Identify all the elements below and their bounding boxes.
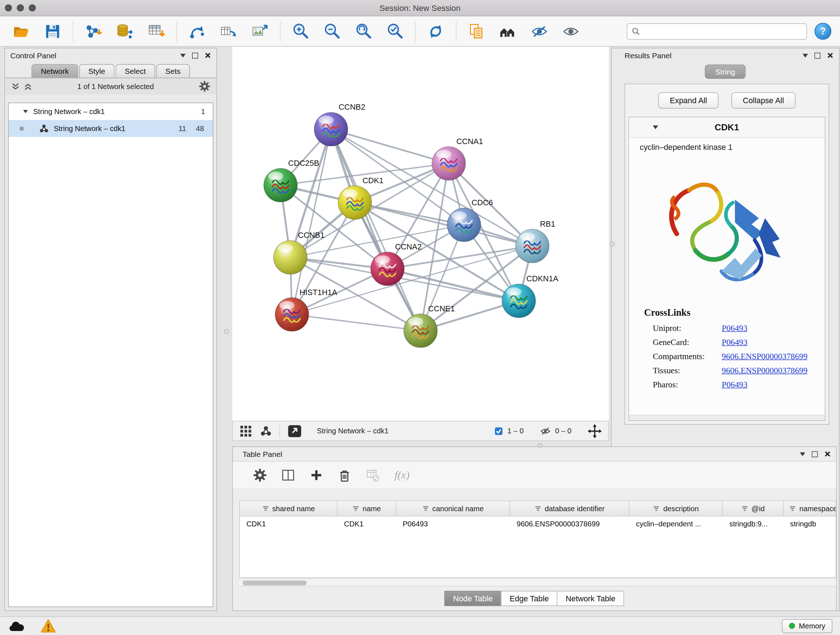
- first-neighbors-button[interactable]: [185, 19, 209, 43]
- warning-icon[interactable]: [40, 618, 57, 633]
- crosslink-link-genecard[interactable]: P06493: [722, 337, 747, 347]
- node-details-header[interactable]: CDK1: [629, 117, 825, 138]
- help-button[interactable]: ?: [815, 23, 832, 40]
- zoom-in-button[interactable]: [289, 19, 313, 43]
- import-network-from-file-button[interactable]: [81, 19, 105, 43]
- network-graph[interactable]: CCNB2CCNA1CDC25BCDK1CDC6RB1CCNB1CCNA2CDK…: [232, 47, 609, 421]
- column-header-description[interactable]: description: [630, 501, 723, 516]
- create-column-button[interactable]: [307, 466, 325, 484]
- node-CDKN1A[interactable]: CDKN1A: [502, 274, 559, 318]
- edge-CDK1-RB1[interactable]: [355, 203, 532, 246]
- node-RB1[interactable]: RB1: [515, 219, 555, 263]
- pan-crosshair-icon[interactable]: [588, 424, 602, 438]
- expand-all-button[interactable]: Expand All: [658, 92, 718, 109]
- column-header-label: canonical name: [432, 505, 484, 513]
- table-cell: stringdb: [783, 516, 836, 532]
- tab-network-table[interactable]: Network Table: [557, 591, 624, 606]
- panel-menu-icon[interactable]: [180, 54, 186, 57]
- edge-HIST1H1A-CCNE1[interactable]: [292, 315, 421, 331]
- export-image-button[interactable]: [248, 19, 272, 43]
- panel-float-icon[interactable]: [812, 451, 818, 457]
- tab-style[interactable]: Style: [79, 64, 114, 78]
- tab-sets[interactable]: Sets: [156, 64, 190, 78]
- left-splitter-handle[interactable]: [224, 329, 229, 334]
- selected-checkbox-icon[interactable]: [494, 426, 503, 435]
- network-view[interactable]: CCNB2CCNA1CDC25BCDK1CDC6RB1CCNB1CCNA2CDK…: [232, 47, 609, 421]
- panel-float-icon[interactable]: [815, 52, 821, 59]
- table-options-gear-button[interactable]: [251, 466, 269, 484]
- panel-menu-icon[interactable]: [803, 54, 808, 57]
- edge-CCNB2-CCNE1[interactable]: [331, 129, 421, 331]
- edge-CCNB2-HIST1H1A[interactable]: [292, 129, 331, 315]
- export-image-icon: [251, 22, 269, 41]
- table-hscrollbar[interactable]: [240, 578, 836, 587]
- node-HIST1H1A[interactable]: HIST1H1A: [275, 288, 338, 332]
- section-collapse-icon[interactable]: [653, 126, 658, 130]
- show-graphics-details-button[interactable]: [559, 19, 583, 43]
- search-input[interactable]: [644, 27, 802, 35]
- panel-close-icon[interactable]: [827, 52, 834, 59]
- network-options-gear-icon[interactable]: [199, 81, 210, 92]
- table-panel-title: Table Panel: [243, 450, 283, 458]
- cloud-icon[interactable]: [8, 619, 25, 633]
- bottom-splitter-handle[interactable]: [538, 443, 543, 448]
- memory-button[interactable]: Memory: [782, 619, 832, 633]
- column-header-namespace[interactable]: namespace: [783, 501, 836, 516]
- network-label: String Network – cdk1: [54, 125, 126, 133]
- crosslink-link-compartments[interactable]: 9606.ENSP00000378699: [722, 352, 807, 361]
- delete-column-button[interactable]: [335, 466, 354, 484]
- hidden-eye-slash-icon[interactable]: [540, 425, 551, 436]
- zoom-fit-button[interactable]: [352, 19, 376, 43]
- network-row[interactable]: String Network – cdk1 11 48: [9, 120, 213, 137]
- import-network-from-database-button[interactable]: [113, 19, 137, 43]
- string-network-icon[interactable]: [260, 425, 272, 437]
- column-header-name[interactable]: name: [338, 501, 396, 516]
- panel-close-icon[interactable]: [205, 52, 211, 59]
- network-collection-row[interactable]: String Network – cdk1 1: [9, 103, 213, 120]
- column-header-id[interactable]: @id: [723, 501, 783, 516]
- column-header-canonical-name[interactable]: canonical name: [396, 501, 510, 516]
- column-header-shared-name[interactable]: shared name: [240, 501, 338, 516]
- panel-menu-icon[interactable]: [800, 452, 805, 456]
- import-table-button[interactable]: [144, 19, 168, 43]
- table-row[interactable]: CDK1CDK1P064939606.ENSP00000378699cyclin…: [240, 516, 836, 532]
- zoom-selected-button[interactable]: [383, 19, 407, 43]
- crosslink-link-uniprot[interactable]: P06493: [722, 323, 747, 333]
- function-builder-button[interactable]: f(x): [395, 469, 410, 481]
- tab-select[interactable]: Select: [115, 64, 155, 78]
- goto-window-button[interactable]: [287, 424, 302, 437]
- collection-expand-icon[interactable]: [23, 110, 28, 113]
- tab-network[interactable]: Network: [32, 64, 78, 78]
- crosslink-row: Tissues:9606.ENSP00000378699: [629, 363, 825, 378]
- expand-all-icon[interactable]: [24, 82, 32, 90]
- right-splitter-handle[interactable]: [610, 242, 615, 247]
- panel-float-icon[interactable]: [192, 52, 198, 59]
- edge-CCNB2-CCNA1[interactable]: [331, 129, 449, 164]
- table-hscrollbar-thumb[interactable]: [243, 581, 307, 586]
- hide-graphics-details-button[interactable]: [527, 19, 551, 43]
- birdseye-grid-icon[interactable]: [240, 424, 253, 437]
- node-CCNA1[interactable]: CCNA1: [432, 137, 483, 181]
- results-hscrollbar[interactable]: [629, 415, 825, 420]
- string-home-button[interactable]: [496, 19, 520, 43]
- clone-network-button[interactable]: [217, 19, 240, 43]
- tab-node-table[interactable]: Node Table: [444, 591, 501, 606]
- collapse-all-icon[interactable]: [11, 82, 20, 90]
- crosslink-link-tissues[interactable]: 9606.ENSP00000378699: [722, 366, 807, 375]
- refresh-layout-button[interactable]: [424, 19, 448, 43]
- save-session-button[interactable]: [41, 19, 65, 43]
- panel-close-icon[interactable]: [824, 451, 831, 457]
- tab-string[interactable]: String: [705, 65, 745, 79]
- show-columns-button[interactable]: [279, 466, 297, 484]
- copy-documents-button[interactable]: [464, 19, 488, 43]
- column-header-database-identifier[interactable]: database identifier: [510, 501, 630, 516]
- tab-edge-table[interactable]: Edge Table: [501, 591, 557, 606]
- open-session-button[interactable]: [9, 19, 33, 43]
- node-CCNB2[interactable]: CCNB2: [314, 103, 365, 146]
- collapse-all-button[interactable]: Collapse All: [731, 92, 796, 109]
- node-CDK1[interactable]: CDK1: [338, 176, 384, 219]
- zoom-out-button[interactable]: [320, 19, 344, 43]
- network-view-title: String Network – cdk1: [317, 427, 388, 435]
- table-cell: CDK1: [240, 516, 338, 532]
- crosslink-link-pharos[interactable]: P06493: [722, 380, 747, 390]
